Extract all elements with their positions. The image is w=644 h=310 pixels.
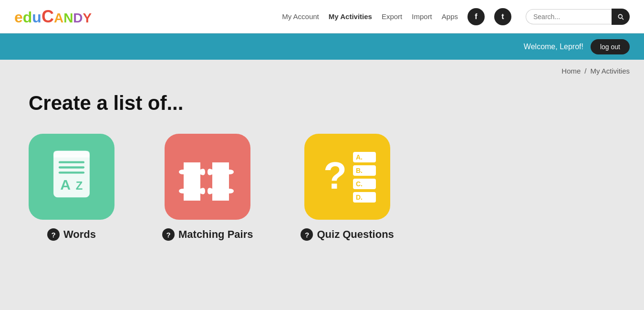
words-icon: A Z (45, 146, 98, 208)
search-icon (617, 13, 624, 21)
nav-apps[interactable]: Apps (442, 12, 458, 21)
quiz-questions-icon-bg: ? A. B. C. D. (304, 134, 390, 220)
search-input[interactable] (526, 9, 612, 24)
matching-pairs-icon (174, 143, 241, 210)
svg-text:A.: A. (356, 153, 363, 161)
logo-u: u (32, 9, 42, 26)
logo-A: A (54, 11, 63, 25)
logout-button[interactable]: log out (591, 39, 630, 54)
logo[interactable]: eduCANDY (14, 7, 92, 27)
breadcrumb-current: My Activities (590, 67, 630, 75)
nav-export[interactable]: Export (382, 12, 402, 21)
quiz-questions-icon: ? A. B. C. D. (314, 143, 381, 210)
matching-pairs-label-text: Matching Pairs (178, 228, 253, 241)
header: eduCANDY My Account My Activities Export… (0, 0, 644, 33)
svg-text:Z: Z (76, 179, 83, 192)
card-matching-pairs[interactable]: ? Matching Pairs (162, 134, 253, 241)
matching-pairs-label: ? Matching Pairs (162, 228, 253, 241)
quiz-questions-label-text: Quiz Questions (317, 228, 394, 241)
svg-text:A: A (60, 177, 71, 192)
welcome-text: Welcome, Leprof! (524, 43, 583, 51)
svg-rect-2 (53, 155, 90, 158)
logo-Y: Y (83, 11, 92, 25)
words-label-text: Words (63, 228, 96, 241)
svg-text:B.: B. (356, 167, 363, 174)
logo-C: C (42, 7, 54, 26)
card-words[interactable]: A Z ? Words (29, 134, 114, 241)
matching-pairs-icon-bg (165, 134, 250, 220)
logo-D: D (73, 11, 83, 25)
breadcrumb-separator: / (584, 67, 586, 75)
nav-my-activities[interactable]: My Activities (329, 12, 372, 21)
search-bar (526, 9, 630, 25)
main-content: Create a list of... A Z (0, 77, 644, 255)
words-help-icon[interactable]: ? (47, 228, 60, 241)
svg-text:C.: C. (356, 180, 363, 188)
words-icon-bg: A Z (29, 134, 114, 220)
logo-d: d (23, 9, 32, 26)
matching-pairs-help-icon[interactable]: ? (162, 228, 175, 241)
search-button[interactable] (612, 9, 630, 25)
teal-bar: Welcome, Leprof! log out (0, 33, 644, 60)
main-nav: My Account My Activities Export Import A… (282, 8, 630, 25)
svg-rect-5 (59, 171, 84, 173)
cards-row: A Z ? Words (29, 134, 615, 241)
logo-N: N (63, 11, 73, 25)
twitter-icon[interactable]: t (494, 8, 511, 25)
card-quiz-questions[interactable]: ? A. B. C. D. ? Quiz Questions (301, 134, 394, 241)
svg-text:?: ? (323, 154, 347, 197)
quiz-questions-help-icon[interactable]: ? (301, 228, 313, 241)
facebook-icon[interactable]: f (467, 8, 485, 25)
svg-text:D.: D. (356, 193, 363, 201)
breadcrumb-home[interactable]: Home (561, 67, 581, 75)
svg-rect-3 (59, 161, 84, 163)
nav-import[interactable]: Import (412, 12, 432, 21)
quiz-questions-label: ? Quiz Questions (301, 228, 394, 241)
svg-rect-4 (59, 166, 84, 168)
logo-e: e (14, 9, 23, 26)
breadcrumb: Home / My Activities (0, 60, 644, 77)
words-label: ? Words (47, 228, 96, 241)
svg-rect-0 (53, 151, 90, 198)
create-heading: Create a list of... (29, 92, 615, 115)
nav-my-account[interactable]: My Account (282, 12, 319, 21)
